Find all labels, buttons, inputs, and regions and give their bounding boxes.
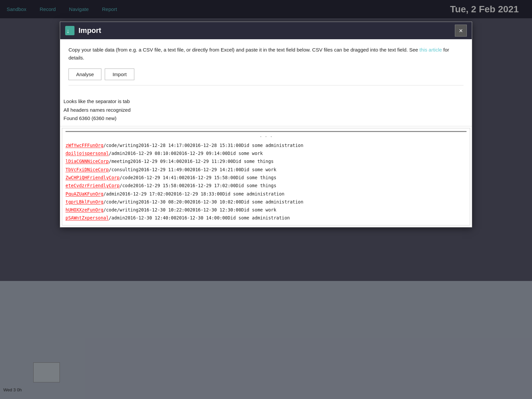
row-description: Did some things (236, 174, 276, 181)
this-article-link[interactable]: this article (420, 47, 442, 53)
buttons-row: Analyse Import (68, 68, 464, 85)
import-icon: ↓ (65, 26, 74, 35)
row-org: FunOrg (87, 198, 103, 205)
row-description: Did some work (241, 166, 276, 173)
row-id: zWfYwcFF (66, 142, 87, 149)
row-end: 2016-12-29 15:58:00 (185, 174, 236, 181)
row-path: /code/writing (103, 206, 139, 213)
row-org: NiceCorp (87, 166, 109, 173)
data-preview[interactable]: · · · zWfYwcFF FunOrg/code/writing 2016-… (62, 128, 470, 225)
row-end: 2016-12-30 10:02:00 (190, 198, 241, 205)
analysis-line2: All headers names recognized (64, 106, 468, 114)
row-path: /admin (109, 214, 125, 221)
row-path: /admin (109, 150, 125, 157)
row-id: tgprLBkl (66, 198, 87, 205)
row-path: /meeting (109, 158, 130, 165)
row-id: dpiljojs (66, 150, 87, 157)
row-start: 2016-12-29 15:58:00 (133, 182, 184, 189)
row-org: FunOrg (87, 142, 103, 149)
row-end: 2016-12-28 15:31:00 (190, 142, 241, 149)
row-start: 2016-12-30 12:40:00 (125, 214, 176, 221)
row-path: /code/writing (103, 198, 139, 205)
row-start: 2016-12-29 17:02:00 (120, 190, 171, 198)
row-start: 2016-12-29 09:14:00 (130, 158, 182, 165)
row-description: Did some things (236, 182, 276, 189)
row-start: 2016-12-29 11:49:00 (138, 166, 190, 173)
table-row: PquAZUaK FunOrg/admin 2016-12-29 17:02:0… (66, 190, 466, 198)
row-org: FriendlyCorp (87, 182, 120, 189)
row-org: NiceCorp (87, 158, 109, 165)
table-row: tgprLBkl FunOrg/code/writing 2016-12-30 … (66, 198, 466, 205)
row-description: Did some administration (222, 190, 284, 198)
analysis-section: Looks like the separator is tab All head… (60, 92, 472, 126)
row-org: FunOrg (87, 190, 103, 198)
row-id: TbVcFxiD (66, 166, 87, 173)
row-end: 2016-12-29 09:14:00 (176, 150, 227, 157)
row-org: personal (87, 150, 109, 157)
row-org: FunOrg (87, 206, 103, 213)
row-end: 2016-12-29 11:29:00 (182, 158, 233, 165)
truncated-indicator: · · · (66, 131, 466, 140)
row-description: Did some administration (228, 214, 290, 221)
row-start: 2016-12-30 08:20:00 (138, 198, 190, 205)
row-end: 2016-12-29 18:33:00 (171, 190, 222, 198)
table-row: ZwCHPiQH FriendlyCorp/code 2016-12-29 14… (66, 174, 466, 181)
modal-close-button[interactable]: × (455, 25, 467, 37)
row-path: /code (120, 182, 133, 189)
row-description: Did some work (228, 150, 263, 157)
modal-title: Import (78, 26, 101, 35)
import-modal: ↓ Import × Copy your table data (from e.… (60, 22, 472, 227)
row-id: eteCvdzr (66, 182, 87, 189)
modal-header: ↓ Import × (60, 22, 472, 39)
table-row: dpiljojs personal/admin 2016-12-29 08:10… (66, 150, 466, 157)
analyse-button[interactable]: Analyse (68, 68, 101, 80)
row-org: personal (87, 214, 109, 221)
row-path: /admin (103, 190, 120, 198)
row-id: ZwCHPiQH (66, 174, 87, 181)
row-id: hUHOXXze (66, 206, 87, 213)
row-id: pSAWntZx (66, 214, 87, 221)
row-org: FriendlyCorp (87, 174, 120, 181)
row-start: 2016-12-30 10:22:00 (138, 206, 190, 213)
row-id: PquAZUaK (66, 190, 87, 198)
table-row: TbVcFxiD NiceCorp/consulting 2016-12-29 … (66, 166, 466, 173)
row-path: /code (120, 174, 133, 181)
row-description: Did some work (241, 206, 276, 213)
description-text: Copy your table data (from e.g. a CSV fi… (68, 46, 464, 62)
description-before-link: Copy your table data (from e.g. a CSV fi… (68, 47, 420, 53)
row-description: Did some administration (241, 198, 303, 205)
row-description: Did some administration (241, 142, 303, 149)
modal-overlay: ↓ Import × Copy your table data (from e.… (0, 0, 532, 399)
import-button[interactable]: Import (105, 68, 134, 80)
row-description: Did some things (233, 158, 274, 165)
table-row: zWfYwcFF FunOrg/code/writing 2016-12-28 … (66, 142, 466, 149)
row-start: 2016-12-29 14:41:00 (133, 174, 184, 181)
row-start: 2016-12-28 14:17:00 (138, 142, 190, 149)
svg-text:↓: ↓ (66, 28, 69, 34)
modal-title-area: ↓ Import (65, 26, 101, 35)
table-row: pSAWntZx personal/admin 2016-12-30 12:40… (66, 214, 466, 221)
analysis-line1: Looks like the separator is tab (64, 97, 468, 106)
row-end: 2016-12-30 14:00:00 (176, 214, 227, 221)
row-path: /consulting (109, 166, 138, 173)
row-end: 2016-12-30 12:30:00 (190, 206, 241, 213)
table-row: lDiaCGNN NiceCorp/meeting 2016-12-29 09:… (66, 158, 466, 165)
table-row: hUHOXXze FunOrg/code/writing 2016-12-30 … (66, 206, 466, 213)
analysis-line3: Found 6360 (6360 new) (64, 114, 468, 123)
row-start: 2016-12-29 08:10:00 (125, 150, 176, 157)
row-end: 2016-12-29 14:21:00 (190, 166, 241, 173)
table-row: eteCvdzr FriendlyCorp/code 2016-12-29 15… (66, 182, 466, 189)
row-end: 2016-12-29 17:02:00 (185, 182, 236, 189)
modal-body: Copy your table data (from e.g. a CSV fi… (60, 39, 472, 92)
row-id: lDiaCGNN (66, 158, 87, 165)
row-path: /code/writing (103, 142, 139, 149)
